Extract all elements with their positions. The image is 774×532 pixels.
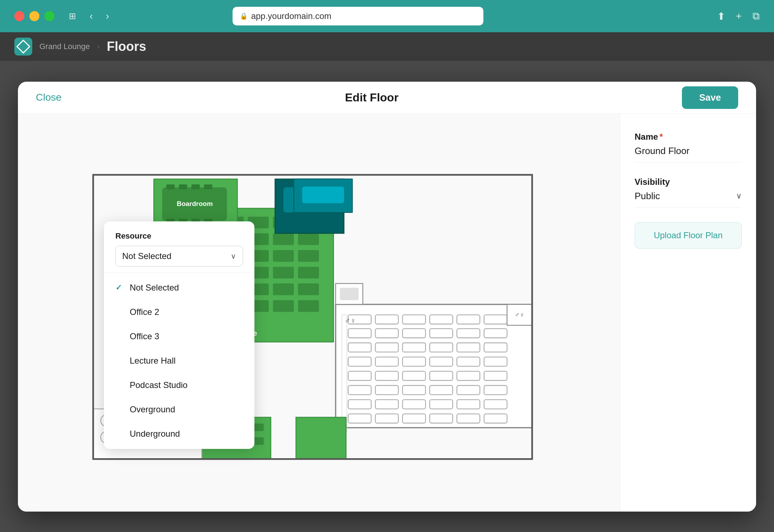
resource-option-lecture-hall[interactable]: Lecture Hall bbox=[104, 349, 254, 373]
resource-option-not-selected[interactable]: ✓ Not Selected bbox=[104, 275, 254, 300]
resource-selected-text: Not Selected bbox=[122, 251, 171, 261]
svg-text:♂♀: ♂♀ bbox=[515, 311, 525, 318]
svg-rect-63 bbox=[273, 233, 294, 245]
share-btn[interactable]: ⬆ bbox=[717, 10, 725, 22]
minimize-traffic-light[interactable] bbox=[29, 11, 39, 21]
resource-option-label: Lecture Hall bbox=[130, 356, 176, 366]
svg-rect-163 bbox=[296, 417, 346, 459]
traffic-lights bbox=[14, 11, 54, 21]
back-btn[interactable]: ‹ bbox=[87, 9, 96, 23]
svg-rect-95 bbox=[204, 184, 212, 189]
visibility-row[interactable]: Public ∨ bbox=[635, 191, 742, 202]
name-field-value: Ground Floor bbox=[635, 145, 742, 163]
resource-option-underground[interactable]: Underground bbox=[104, 422, 254, 446]
maximize-traffic-light[interactable] bbox=[44, 11, 54, 21]
app-area: Grand Lounge › Floors Close Edit Floor S… bbox=[0, 32, 774, 532]
svg-rect-69 bbox=[273, 250, 294, 262]
svg-rect-81 bbox=[273, 283, 294, 295]
browser-titlebar: ⊞ ‹ › 🔒 app.yourdomain.com ⬆ + ⧉ bbox=[0, 0, 774, 32]
resource-chevron-down-icon: ∨ bbox=[231, 252, 236, 260]
modal-save-button[interactable]: Save bbox=[682, 86, 738, 109]
resource-option-label: Office 2 bbox=[130, 307, 159, 317]
visibility-field-label: Visibility bbox=[635, 177, 742, 187]
breadcrumb-separator: › bbox=[97, 42, 100, 51]
resource-option-podcast-studio[interactable]: Podcast Studio bbox=[104, 373, 254, 397]
address-bar[interactable]: 🔒 app.yourdomain.com bbox=[233, 7, 483, 25]
svg-rect-88 bbox=[298, 300, 319, 312]
visibility-value: Public bbox=[635, 191, 660, 202]
svg-rect-93 bbox=[179, 184, 187, 189]
visibility-chevron-down-icon: ∨ bbox=[736, 191, 742, 201]
resource-option-label: Overground bbox=[130, 404, 175, 414]
svg-text:Boardroom: Boardroom bbox=[177, 200, 213, 207]
resource-option-office-3[interactable]: Office 3 bbox=[104, 324, 254, 349]
resource-option-label: Office 3 bbox=[130, 331, 159, 341]
resource-dropdown: Resource Not Selected ∨ ✓ Not Se bbox=[104, 221, 254, 449]
svg-rect-92 bbox=[166, 184, 175, 189]
upload-floor-plan-button[interactable]: Upload Floor Plan bbox=[635, 222, 742, 249]
modal-overlay: Close Edit Floor Save bbox=[0, 61, 774, 532]
resource-check-icon: ✓ bbox=[115, 283, 124, 292]
svg-rect-82 bbox=[298, 283, 319, 295]
svg-rect-105 bbox=[302, 186, 344, 203]
browser-actions: ⬆ + ⧉ bbox=[717, 10, 760, 22]
svg-rect-87 bbox=[273, 300, 294, 312]
svg-rect-76 bbox=[298, 267, 319, 278]
resource-option-overground[interactable]: Overground bbox=[104, 397, 254, 422]
resource-option-label: Podcast Studio bbox=[130, 380, 187, 390]
visibility-field: Visibility Public ∨ bbox=[635, 177, 742, 208]
name-field-label: Name* bbox=[635, 132, 742, 142]
svg-text:♂♀: ♂♀ bbox=[345, 316, 356, 325]
modal-body: ♂♀ bbox=[18, 114, 756, 512]
resource-option-label: Underground bbox=[130, 429, 180, 439]
svg-rect-64 bbox=[298, 233, 319, 245]
resource-options-list: ✓ Not Selected Office 2 Office 3 bbox=[104, 273, 254, 449]
resource-label: Resource bbox=[115, 231, 243, 241]
svg-rect-75 bbox=[273, 267, 294, 278]
edit-floor-modal: Close Edit Floor Save bbox=[18, 82, 756, 512]
new-tab-btn[interactable]: + bbox=[736, 10, 742, 22]
forward-btn[interactable]: › bbox=[103, 9, 112, 23]
breadcrumb-text: Grand Lounge bbox=[39, 42, 90, 51]
close-traffic-light[interactable] bbox=[14, 11, 24, 21]
modal-sidebar: Name* Ground Floor Visibility Public ∨ U… bbox=[620, 114, 756, 512]
browser-window: ⊞ ‹ › 🔒 app.yourdomain.com ⬆ + ⧉ Grand L… bbox=[0, 0, 774, 532]
modal-close-button[interactable]: Close bbox=[36, 92, 62, 103]
app-topbar: Grand Lounge › Floors bbox=[0, 32, 774, 61]
tabs-btn[interactable]: ⧉ bbox=[752, 10, 760, 22]
modal-title: Edit Floor bbox=[345, 91, 398, 104]
svg-rect-70 bbox=[298, 250, 319, 262]
lock-icon: 🔒 bbox=[240, 12, 248, 20]
sidebar-toggle-btn[interactable]: ⊞ bbox=[65, 10, 80, 23]
app-logo-diamond bbox=[16, 39, 30, 54]
resource-dropdown-header: Resource Not Selected ∨ bbox=[104, 221, 254, 272]
page-title: Floors bbox=[107, 39, 146, 54]
modal-header: Close Edit Floor Save bbox=[18, 82, 756, 114]
resource-option-label: Not Selected bbox=[130, 283, 179, 293]
svg-rect-94 bbox=[191, 184, 200, 189]
resource-select-bar[interactable]: Not Selected ∨ bbox=[115, 246, 243, 267]
floor-plan-area[interactable]: ♂♀ bbox=[18, 114, 620, 512]
resource-option-office-2[interactable]: Office 2 bbox=[104, 300, 254, 324]
svg-rect-168 bbox=[340, 288, 359, 300]
app-logo bbox=[14, 38, 32, 56]
name-required-indicator: * bbox=[659, 132, 663, 142]
url-text: app.yourdomain.com bbox=[251, 11, 331, 21]
